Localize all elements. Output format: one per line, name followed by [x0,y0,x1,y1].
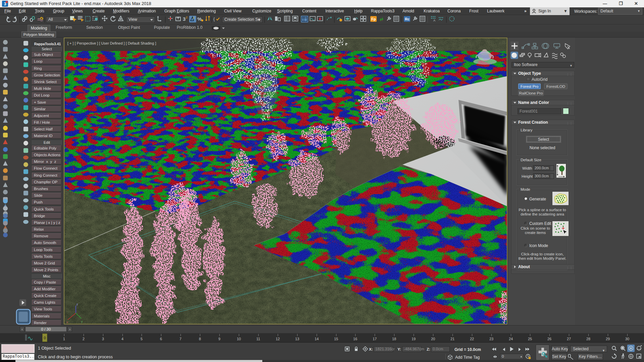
svg-text:y: y [81,320,83,323]
svg-text:%: % [197,16,202,22]
svg-text:3: 3 [183,16,185,22]
svg-text:2: 2 [193,16,195,19]
svg-text:z: z [76,303,78,306]
svg-text:2: 2 [186,16,187,19]
svg-text:Rc: Rc [405,17,410,21]
svg-text:[ + ] [ Perspective ] [ User D: [ + ] [ Perspective ] [ User Defined ] [… [67,41,156,45]
svg-text:x: x [66,320,68,324]
svg-text:{: { [213,16,215,21]
svg-text:Fp: Fp [371,17,376,21]
svg-text:A: A [433,19,435,22]
